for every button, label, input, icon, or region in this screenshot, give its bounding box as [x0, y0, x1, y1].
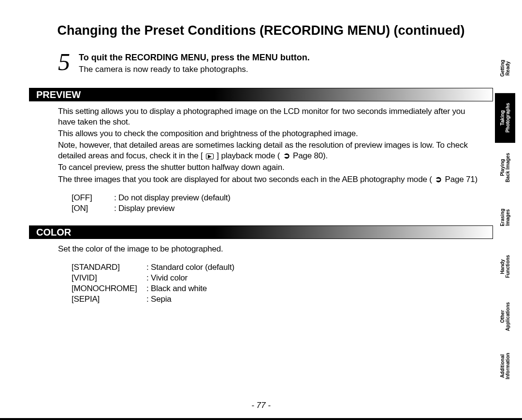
option-key: [VIVID]: [72, 273, 146, 283]
option-val: : Display preview: [114, 203, 174, 214]
playback-icon: ▶: [206, 154, 214, 159]
step-number: 5: [58, 50, 70, 74]
refresh-icon: ➲: [435, 174, 442, 185]
option-row: [MONOCHROME] : Black and white: [72, 283, 478, 294]
side-tabs: Getting Ready Taking Photographs Playing…: [495, 43, 515, 391]
tab-erasing-images[interactable]: Erasing Images: [495, 193, 515, 242]
step-heading: To quit the RECORDING MENU, press the ME…: [79, 53, 310, 63]
tab-playing-back-images[interactable]: Playing Back Images: [495, 143, 515, 193]
option-row: [VIVID] : Vivid color: [72, 273, 478, 283]
tab-other-applications[interactable]: Other Applications: [495, 292, 515, 341]
option-val: : Sepia: [146, 294, 172, 305]
color-body: Set the color of the image to be photogr…: [58, 244, 478, 305]
preview-para3: Note, however, that detailed areas are s…: [58, 140, 478, 161]
preview-para2: This allows you to check the composition…: [58, 128, 478, 139]
preview-banner: PREVIEW: [29, 88, 493, 101]
tab-additional-information[interactable]: Additional Information: [495, 341, 515, 391]
footer-line: [0, 418, 522, 420]
option-val: : Standard color (default): [146, 262, 234, 273]
tab-getting-ready[interactable]: Getting Ready: [495, 43, 515, 93]
preview-para1: This setting allows you to display a pho…: [58, 106, 478, 127]
option-key: [OFF]: [72, 193, 114, 203]
option-key: [STANDARD]: [72, 262, 146, 273]
step-text: To quit the RECORDING MENU, press the ME…: [79, 53, 310, 74]
tab-taking-photographs[interactable]: Taking Photographs: [495, 93, 515, 143]
option-row: [SEPIA] : Sepia: [72, 294, 478, 305]
manual-page: Changing the Preset Conditions (RECORDIN…: [0, 0, 522, 420]
step-5: 5 To quit the RECORDING MENU, press the …: [58, 53, 493, 74]
option-row: [OFF] : Do not display preview (default): [72, 193, 478, 203]
page-title: Changing the Preset Conditions (RECORDIN…: [29, 23, 493, 38]
option-row: [ON] : Display preview: [72, 203, 478, 214]
preview-para5: The three images that you took are displ…: [58, 174, 478, 185]
tab-handy-functions[interactable]: Handy Functions: [495, 242, 515, 292]
refresh-icon: ➲: [283, 151, 290, 161]
preview-para4: To cancel preview, press the shutter but…: [58, 162, 478, 173]
option-val: : Vivid color: [146, 273, 188, 283]
option-key: [MONOCHROME]: [72, 283, 146, 294]
page-number: - 77 -: [0, 401, 522, 410]
option-row: [STANDARD] : Standard color (default): [72, 262, 478, 273]
color-options: [STANDARD] : Standard color (default) [V…: [72, 262, 478, 305]
option-key: [ON]: [72, 203, 114, 214]
option-val: : Do not display preview (default): [114, 193, 231, 203]
option-key: [SEPIA]: [72, 294, 146, 305]
preview-body: This setting allows you to display a pho…: [58, 106, 478, 214]
step-sub: The camera is now ready to take photogra…: [79, 65, 310, 74]
option-val: : Black and white: [146, 283, 207, 294]
preview-options: [OFF] : Do not display preview (default)…: [72, 193, 478, 214]
color-intro: Set the color of the image to be photogr…: [58, 244, 478, 254]
color-banner: COLOR: [29, 225, 493, 239]
